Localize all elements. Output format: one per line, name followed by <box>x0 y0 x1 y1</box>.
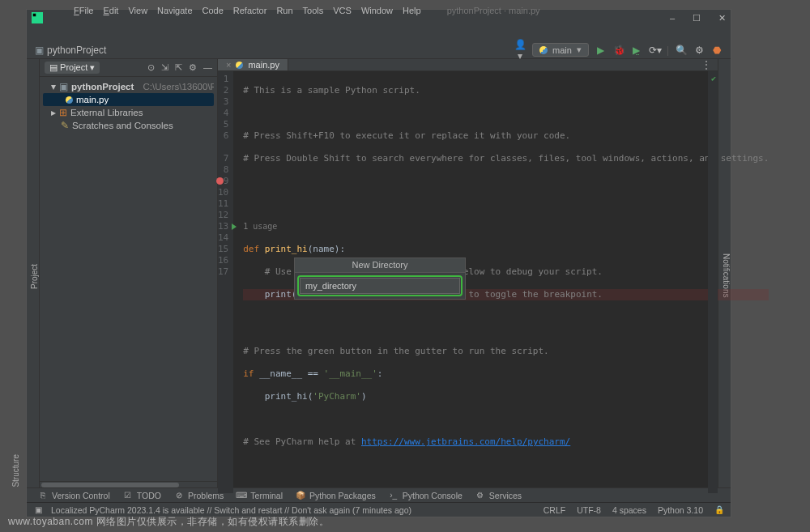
editor-tabs: × main.py ⋮ <box>218 59 718 71</box>
menu-file[interactable]: FFile <box>74 6 93 15</box>
titlebar-path: pythonProject · main.py <box>447 6 540 15</box>
folder-icon: ▣ <box>59 81 68 92</box>
expand-all-icon[interactable]: ⇲ <box>161 62 168 73</box>
inspection-ok-icon: ✔ <box>711 73 716 84</box>
chevron-right-icon: ▸ <box>51 107 56 118</box>
scratch-icon: ✎ <box>61 120 69 131</box>
project-scrollbar[interactable] <box>40 481 217 487</box>
tool-bookmarks-tab[interactable]: Bookmarks <box>0 66 2 487</box>
status-indent[interactable]: 4 spaces <box>612 505 646 515</box>
menu-run[interactable]: Run <box>276 6 292 15</box>
lock-icon[interactable]: 🔒 <box>714 505 724 515</box>
search-everywhere-button[interactable]: 🔍 <box>676 45 687 56</box>
tool-todo[interactable]: ☑TODO <box>123 491 161 500</box>
debug-button[interactable]: 🐞 <box>613 45 625 56</box>
editor-gutter[interactable]: 1 2 3 4 5 6 7 8 9 10 11 12 13 14 15 16 <box>218 71 233 493</box>
project-panel-header: ▤ Project ▾ ⊙ ⇲ ⇱ ⚙ — <box>40 59 217 77</box>
menu-view[interactable]: View <box>128 6 147 15</box>
tree-scratches[interactable]: ✎ Scratches and Consoles <box>43 119 214 132</box>
ide-window: FFile Edit View Navigate Code Refactor R… <box>26 9 731 517</box>
tool-project-tab[interactable]: Project <box>30 66 39 487</box>
status-line-separator[interactable]: CRLF <box>544 505 565 515</box>
tabs-more-icon[interactable]: ⋮ <box>695 59 718 70</box>
project-view-selector[interactable]: ▤ Project ▾ <box>45 62 100 74</box>
menu-tools[interactable]: Tools <box>303 6 324 15</box>
tool-problems[interactable]: ⊘Problems <box>174 491 224 500</box>
project-tree[interactable]: ▾ ▣ pythonProject C:\Users\13600\Pycharm… <box>40 77 217 135</box>
select-opened-file-icon[interactable]: ⊙ <box>147 62 155 73</box>
status-message[interactable]: Localized PyCharm 2023.1.4 is available … <box>51 505 411 515</box>
code-editor[interactable]: 1 2 3 4 5 6 7 8 9 10 11 12 13 14 15 16 <box>218 71 718 493</box>
menu-edit[interactable]: Edit <box>103 6 118 15</box>
editor-area: × main.py ⋮ 1 2 3 4 5 6 7 8 9 <box>218 59 718 487</box>
menu-code[interactable]: Code <box>202 6 224 15</box>
vcs-icon: ⎘ <box>38 491 48 500</box>
menu-refactor[interactable]: Refactor <box>233 6 267 15</box>
more-run-icon[interactable]: ⟳▾ <box>649 45 660 56</box>
hide-icon[interactable]: — <box>203 62 212 73</box>
tool-windows-icon[interactable]: ▣ <box>33 505 43 515</box>
problems-icon: ⊘ <box>174 491 184 500</box>
menu-help[interactable]: Help <box>403 6 421 15</box>
pycharm-logo-icon <box>32 12 43 23</box>
user-icon[interactable]: 👤▾ <box>514 39 526 62</box>
python-icon <box>539 46 548 54</box>
navigation-bar: ▣ pythonProject 👤▾ main ▾ ▶ 🐞 ▶̤ ⟳▾ | 🔍 … <box>27 41 731 59</box>
menu-navigate[interactable]: Navigate <box>157 6 192 15</box>
new-directory-popup: New Directory <box>294 257 466 300</box>
menu-vcs[interactable]: VCS <box>333 6 352 15</box>
collapse-all-icon[interactable]: ⇱ <box>175 62 182 73</box>
tree-file-main[interactable]: main.py <box>43 93 214 106</box>
tool-version-control[interactable]: ⎘Version Control <box>38 491 110 500</box>
run-with-coverage-button[interactable]: ▶̤ <box>631 45 642 56</box>
tree-root[interactable]: ▾ ▣ pythonProject C:\Users\13600\Pycharm… <box>43 80 214 93</box>
run-button[interactable]: ▶ <box>595 45 607 56</box>
chevron-down-icon: ▾ <box>51 81 56 92</box>
watermark-text: www.toyaban.com 网络图片仅供展示，非存储，如有侵权请联系删除。 <box>8 515 329 529</box>
plugins-icon[interactable]: ⬣ <box>711 45 723 56</box>
todo-icon: ☑ <box>123 491 133 500</box>
left-tool-strip: Project Structure Bookmarks <box>27 59 40 487</box>
titlebar: FFile Edit View Navigate Code Refactor R… <box>27 10 731 26</box>
window-close-button[interactable]: ✕ <box>718 13 726 23</box>
tree-external-libraries[interactable]: ▸ ⊞ External Libraries <box>43 106 214 119</box>
breakpoint-icon: 9 <box>218 176 228 187</box>
python-file-icon <box>66 96 73 104</box>
run-gutter-icon: 13 <box>218 221 228 232</box>
window-maximize-button[interactable]: ☐ <box>693 13 701 23</box>
status-interpreter[interactable]: Python 3.10 <box>658 505 703 515</box>
breadcrumb-project[interactable]: pythonProject <box>47 45 106 56</box>
tab-main-py[interactable]: × main.py <box>218 59 288 70</box>
new-directory-input[interactable] <box>300 278 460 294</box>
svg-rect-1 <box>33 14 36 17</box>
project-tool-window: ▤ Project ▾ ⊙ ⇲ ⇱ ⚙ — ▾ ▣ pythonProject … <box>40 59 218 487</box>
window-minimize-button[interactable]: – <box>670 13 675 23</box>
status-encoding[interactable]: UTF-8 <box>577 505 601 515</box>
error-stripe[interactable]: ✔ <box>708 71 718 493</box>
folder-icon: ▣ <box>35 45 44 56</box>
ide-settings-button[interactable]: ⚙ <box>693 45 705 56</box>
run-config-selector[interactable]: main ▾ <box>532 43 589 57</box>
python-file-icon <box>236 62 243 69</box>
popup-title: New Directory <box>295 258 465 273</box>
library-icon: ⊞ <box>59 107 67 118</box>
settings-icon[interactable]: ⚙ <box>189 62 197 73</box>
menu-window[interactable]: Window <box>361 6 393 15</box>
tool-structure-tab[interactable]: Structure <box>11 454 20 487</box>
